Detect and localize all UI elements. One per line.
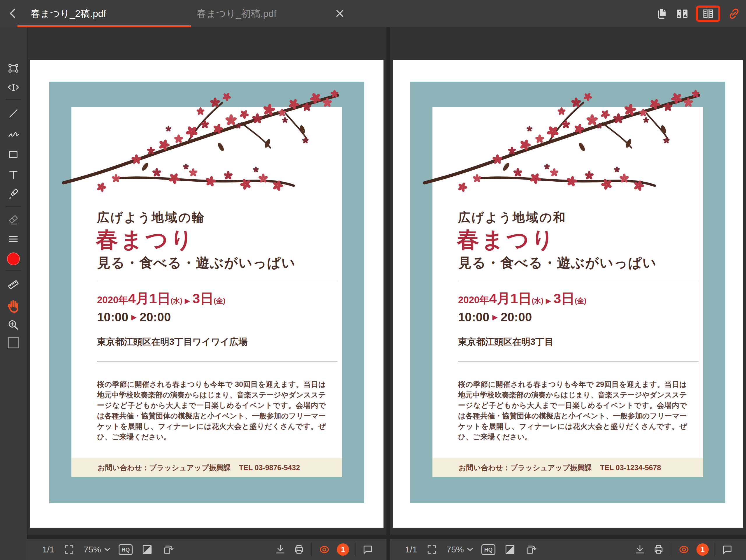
close-tab-icon[interactable] [335,8,345,19]
chevron-down-icon [467,547,473,552]
zoom-level[interactable]: 75% [84,544,101,555]
comment-icon[interactable] [361,543,374,556]
eraser-icon[interactable] [7,213,20,226]
date-start-day: (水) [532,297,543,305]
date-start: 4月1日 [128,291,170,306]
flyer-tagline: 広げよう地域の輪 [97,209,342,226]
toolbar-divider [5,270,21,271]
fit-screen-icon[interactable] [63,543,76,556]
pdf-page[interactable]: 広げよう地域の輪 春まつり 見る・食べる・遊ぶがいっぱい 2020年4月1日(水… [30,60,383,528]
zoom-level[interactable]: 75% [447,544,464,555]
zoom-in-icon[interactable] [7,318,20,332]
annotation-toolbar [0,27,27,560]
rotate-page-icon[interactable] [162,543,175,556]
link-sync-icon[interactable] [727,7,741,20]
time-start: 10:00 [458,310,489,324]
flyer-rule [97,362,338,362]
annotation-count-badge[interactable]: 1 [696,543,709,556]
footer-contact-label: お問い合わせ：ブラッシュアップ振興課 [97,463,231,473]
pdf-page[interactable]: 広げよう地域の和 春まつり 見る・食べる・遊ぶがいっぱい 2020年4月1日(水… [393,60,743,528]
ruler-icon[interactable] [7,278,20,291]
date-end-day: (金) [213,297,225,305]
contrast-icon[interactable] [504,543,516,556]
rotate-page-icon[interactable] [524,543,537,556]
flyer-body-text: 桜の季節に開催される春まつりも今年で 29回目を迎えます。当日は地元中学校吹奏楽… [458,379,687,442]
line-tool-icon[interactable] [7,107,20,120]
flyer-title: 春まつり [457,227,703,252]
text-tool-icon[interactable] [7,168,20,181]
toolbar-separator [671,542,671,557]
scroll-track [27,535,386,539]
side-by-side-compare-icon[interactable] [702,7,714,20]
flyer-time: 10:00▶20:00 [97,310,342,324]
freehand-pen-icon[interactable] [7,127,20,141]
tab-inactive[interactable]: 春まつり_初稿.pdf [197,7,277,20]
download-icon[interactable] [274,543,287,556]
highlighter-icon[interactable] [7,187,20,201]
flyer-rule [97,281,338,281]
red-color-tool[interactable] [7,252,20,265]
download-icon[interactable] [633,543,646,556]
fit-screen-icon[interactable] [426,543,438,556]
flyer-body-text: 桜の季節に開催される春まつりも今年で 30回目を迎えます。当日は地元中学校吹奏楽… [97,379,326,442]
compare-highlight-box [696,5,720,22]
footer-telephone: TEL 03-9876-5432 [239,464,300,472]
hq-toggle[interactable]: HQ [119,544,133,555]
flyer-content: 広げよう地域の和 春まつり 見る・食べる・遊ぶがいっぱい 2020年4月1日(水… [432,107,703,477]
flyer-footer: お問い合わせ：ブラッシュアップ振興課 TEL 03-1234-5678 [432,458,703,477]
review-eye-icon[interactable] [677,543,691,556]
document-pane-right: 広げよう地域の和 春まつり 見る・食べる・遊ぶがいっぱい 2020年4月1日(水… [390,27,746,560]
topbar-actions [655,0,741,27]
date-year: 2020年 [97,295,128,305]
date-year: 2020年 [458,295,489,305]
pane-divider [386,27,390,560]
viewer-toolbar-left: 1/1 75% HQ [27,539,386,560]
toolbar-separator [355,542,355,557]
toolbar-divider [5,100,21,100]
toolbar-separator [311,542,312,557]
flyer-location: 東京都江頭区在明3丁目 [458,336,703,348]
toolbar-divider [5,206,21,207]
flyer-rule [458,362,698,362]
page-indicator: 1/1 [405,544,417,555]
annotation-count-badge[interactable]: 1 [337,543,349,556]
flyer: 広げよう地域の和 春まつり 見る・食べる・遊ぶがいっぱい 2020年4月1日(水… [410,82,725,503]
back-chevron-icon[interactable] [8,7,18,19]
hand-tool-icon[interactable] [7,298,20,313]
comment-icon[interactable] [721,543,734,556]
menu-lines-icon[interactable] [7,233,20,246]
hq-label: HQ [121,547,130,553]
tab-active[interactable]: 春まつり_2稿.pdf [31,7,106,20]
duplicate-pages-icon[interactable] [655,7,668,20]
flyer-location: 東京都江頭区在明3丁目ワイワイ広場 [97,336,342,348]
zoom-control[interactable]: 75% [84,544,110,555]
flyer: 広げよう地域の輪 春まつり 見る・食べる・遊ぶがいっぱい 2020年4月1日(水… [49,82,364,503]
viewer-toolbar-right: 1/1 75% HQ [390,539,746,560]
date-start: 4月1日 [489,291,532,306]
page-indicator: 1/1 [42,544,55,555]
zoom-control[interactable]: 75% [447,544,473,555]
review-eye-icon[interactable] [318,543,331,556]
print-icon[interactable] [652,543,665,556]
split-view-icon[interactable] [676,7,689,20]
time-end: 20:00 [500,310,532,324]
print-icon[interactable] [293,543,306,556]
date-end: 3日 [553,291,575,306]
flyer-footer: お問い合わせ：ブラッシュアップ振興課 TEL 03-9876-5432 [71,458,342,477]
date-start-day: (水) [171,297,182,305]
select-transform-icon[interactable] [7,61,20,75]
rectangle-tool-icon[interactable] [7,148,20,162]
footer-telephone: TEL 03-1234-5678 [600,464,661,472]
color-swatch-tool[interactable] [8,337,19,348]
edit-text-icon[interactable] [7,81,20,94]
top-tab-bar: 春まつり_2稿.pdf 春まつり_初稿.pdf [0,0,746,27]
flyer-subtitle: 見る・食べる・遊ぶがいっぱい [97,254,342,272]
hq-label: HQ [484,547,493,553]
time-arrow-icon: ▶ [489,313,500,321]
flyer-date: 2020年4月1日(水)▶3日(金) [458,289,703,308]
footer-contact-label: お問い合わせ：ブラッシュアップ振興課 [459,463,592,473]
hq-toggle[interactable]: HQ [481,544,496,555]
date-end: 3日 [192,291,213,306]
contrast-icon[interactable] [141,543,153,556]
toolbar-separator [715,542,715,557]
